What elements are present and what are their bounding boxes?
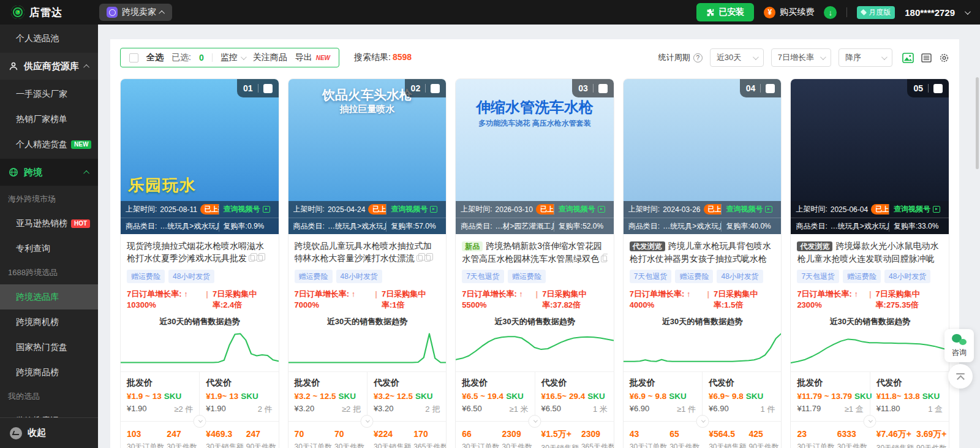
help-icon[interactable]: ? [693,53,703,63]
installed-button[interactable]: 已安装 [696,3,754,21]
video-account-link[interactable]: 查询视频号 [894,204,930,215]
back-to-top-button[interactable] [948,364,973,389]
image-overlay: 上架时间: 2024-03-26 已上架723天 查询视频号 商品类目: …统玩… [624,201,782,234]
sidebar-item-热销厂家榜单[interactable]: 热销厂家榜单 [0,107,98,132]
product-card-grid: 乐园玩水 01 上架时间: 2025-08-11 已上架220天 查询视频号 [120,78,949,448]
dropdown-value: 降序 [845,52,861,63]
expand-toggle[interactable] [361,415,374,428]
expand-toggle[interactable] [193,415,206,428]
sidebar-item-监控搜索词[interactable]: 监控搜索词 [0,408,98,417]
scrollbar-thumb[interactable] [976,77,979,169]
dropship-min-qty: 1 米 [593,404,608,415]
consult-button[interactable]: 咨询 [944,329,974,362]
product-image[interactable]: 乐园玩水 01 上架时间: 2025-08-11 已上架220天 查询视频号 [121,79,279,234]
product-title[interactable]: 代发浏览跨境爆款火光小冰鼠电动水枪儿童水抢喷火连发联动回膛脉冲呲水枪 [797,240,943,264]
workspace-switcher[interactable]: 跨境卖家 [99,4,172,21]
stat-value: 66 [462,429,499,439]
sidebar-group-供应商货源库[interactable]: 供应商货源库 [0,53,98,80]
stat-label: 90天件数 [916,443,946,448]
sidebar-item-专利查询[interactable]: 专利查询 [0,236,98,261]
select-checkbox[interactable] [431,84,440,93]
stat-value: 6333 [837,429,874,439]
sidebar-item-个人精选货盘[interactable]: 个人精选货盘NEW [0,132,98,157]
sidebar-item-跨境商品榜[interactable]: 跨境商品榜 [0,360,98,385]
price-section: 批发价 ¥11.79 ~ 13.79SKU ¥11.79≥1 盒 代发价 ¥11… [791,371,949,421]
select-all-checkbox[interactable] [129,53,138,63]
copy-link-icon[interactable] [424,255,431,262]
service-tag: 7天包退货 [797,270,839,283]
chevron-down-icon [869,419,873,423]
video-account-link[interactable]: 查询视频号 [559,204,595,215]
stat-label: 30天件数 [837,442,874,448]
sidebar-item-个人选品池[interactable]: 个人选品池 [0,26,98,51]
select-checkbox[interactable] [263,84,273,93]
product-title[interactable]: 跨境饮品儿童玩具水枪喷水抽拉式加特林水枪大容量沙滩打水仗漂流 [295,240,440,264]
chart-title: 近30天的销售数据趋势 [121,316,279,327]
list-view-icon[interactable] [921,53,932,63]
sidebar-group-跨境[interactable]: 跨境 [0,159,98,186]
product-title[interactable]: 现货跨境抽拉式烟花水枪喷水嘚滋水枪打水仗夏季沙滩戏水玩具批发 [127,240,273,264]
account-phone[interactable]: 180****2729 [905,7,955,18]
copy-link-icon[interactable] [257,255,263,262]
stat-cell: ¥469.330天销售额 [206,429,243,448]
collapse-label: 收起 [28,427,46,439]
select-all-label[interactable]: 全选 [146,52,164,63]
listed-date: 2026-03-10 [496,205,533,214]
wholesale-label: 批发价 [797,378,863,389]
expand-toggle[interactable] [696,415,709,428]
image-view-icon[interactable] [902,53,914,63]
video-account-link[interactable]: 查询视频号 [224,204,260,215]
sidebar-item-亚马逊热销榜[interactable]: 亚马逊热销榜HOT [0,211,98,236]
expand-toggle[interactable] [864,415,876,428]
sidebar-item-跨境选品库[interactable]: 跨境选品库 [0,284,98,309]
listed-date: 2025-08-11 [160,205,197,214]
price-section: 批发价 ¥6.5 ~ 19.4SKU ¥6.50≥1 米 代发价 ¥16.5~ … [456,371,614,421]
product-image[interactable]: 伸缩水管洗车水枪 多功能洗车浇花 高压水枪水管套装 03 上架时间: 2026-… [456,79,614,234]
copy-icon[interactable] [417,255,423,262]
wholesale-min-qty: ≥2 把 [342,404,361,415]
stat-value: 43 [630,429,667,439]
product-title[interactable]: 新品跨境热销新款3倍伸缩水管花园水管高压水枪园林洗车水管黑绿双色 [462,240,608,264]
expand-toggle[interactable] [528,415,541,428]
product-image[interactable]: 04 上架时间: 2024-03-26 已上架723天 查询视频号 [624,79,782,234]
select-checkbox[interactable] [598,84,608,93]
category-label: 商品类目: [796,221,827,232]
download-icon[interactable]: ↓ [824,6,837,19]
listed-time-label: 上架时间: [126,204,157,215]
dropship-range: ¥11.8~ 13.8 [876,392,920,401]
account-chevron-icon[interactable] [965,9,971,15]
sidebar-collapse-button[interactable]: 收起 [0,417,98,448]
growth-row: 7日订单增长率: ↑ 2300% | 7日采购集中率:275.35倍 [797,289,943,311]
divider: | [375,289,377,311]
metric-dropdown[interactable]: 7日增长率 [771,48,831,67]
stat-cell: ¥7.46万+30天销售额 [876,429,914,448]
export-button[interactable]: 导出NEW [295,52,330,63]
product-image[interactable]: 饮品火车头水枪 抽拉巨量喷水 02 上架时间: 2025-04-24 已上架32… [288,79,447,234]
copy-icon[interactable] [601,256,607,262]
select-checkbox[interactable] [766,84,775,93]
stats-grid: 6630天订单数230930天件数¥1.5万+30天销售额2309365天件数2… [456,421,614,448]
monitor-button[interactable]: 监控 [221,52,245,63]
select-checkbox[interactable] [933,84,943,93]
sidebar-item-跨境商机榜[interactable]: 跨境商机榜 [0,309,98,335]
product-title[interactable]: 代发浏览跨境儿童水枪玩具背包喷水枪打水仗神器男女孩子抽拉式呲水枪玩具 [630,240,775,264]
video-account-link[interactable]: 查询视频号 [391,204,428,215]
wholesale-price-block: 批发价 ¥3.2 ~ 12.5SKU ¥3.20≥2 把 [288,372,367,421]
copy-icon[interactable] [249,255,255,262]
divider [212,53,213,62]
sidebar-item-label: 亚马逊热销榜 [16,218,67,229]
category-label: 商品类目: [461,221,492,232]
sort-dropdown[interactable]: 降序 [839,48,892,67]
product-image[interactable]: 05 上架时间: 2025-06-04 已上架288天 查询视频号 [791,79,949,234]
sidebar-item-一手源头厂家[interactable]: 一手源头厂家 [0,82,98,107]
settings-icon[interactable] [939,53,949,63]
chevron-down-icon [241,54,247,60]
stat-label: 30天销售额 [709,442,746,448]
sku-label: SKU [669,392,687,401]
follow-products-button[interactable]: 关注商品 [253,52,287,63]
order-growth-rate: 7日订单增长率: ↑ 4000% [630,289,703,311]
video-account-link[interactable]: 查询视频号 [726,204,763,215]
renew-button[interactable]: ¥ 购买续费 [764,7,814,18]
sidebar-item-国家热门货盘[interactable]: 国家热门货盘 [0,335,98,360]
period-dropdown[interactable]: 近30天 [710,48,764,67]
